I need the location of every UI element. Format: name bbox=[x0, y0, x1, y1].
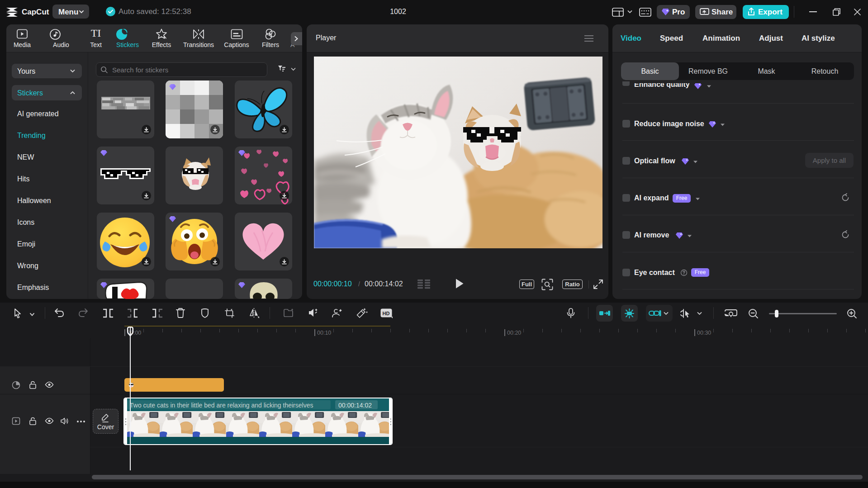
svg-text:HD: HD bbox=[383, 311, 390, 316]
